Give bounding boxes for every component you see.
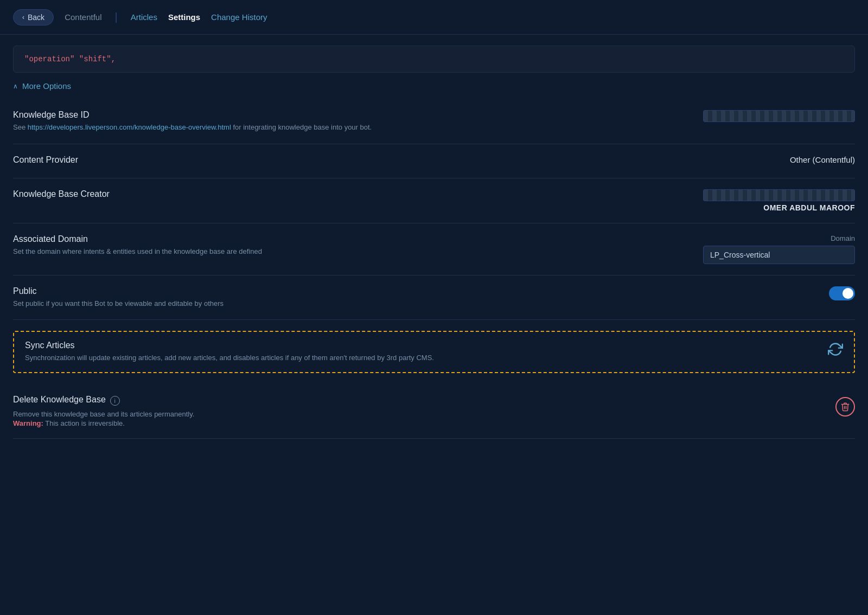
sync-articles-content: Sync Articles Synchronization will updat… [25,341,434,363]
info-icon[interactable]: i [110,396,120,406]
warning-message: This action is irreversible. [45,419,125,427]
refresh-icon [828,342,843,357]
caret-up-icon: ∧ [13,82,18,90]
delete-description: Remove this knowledge base and its artic… [13,410,835,418]
sync-icon-button[interactable] [828,342,843,360]
knowledge-base-id-redacted [703,110,855,122]
public-description: Set public if you want this Bot to be vi… [13,298,393,309]
creator-id-redacted [703,189,855,201]
public-setting-left: Public Set public if you want this Bot t… [13,286,829,309]
knowledge-base-id-label: Knowledge Base ID [13,110,703,120]
associated-domain-description: Set the domain where intents & entities … [13,246,393,257]
nav-change-history[interactable]: Change History [211,12,267,22]
nav-settings[interactable]: Settings [168,12,200,22]
content-provider-left: Content Provider [13,155,790,167]
sync-articles-box: Sync Articles Synchronization will updat… [13,331,855,373]
public-toggle[interactable] [829,286,855,300]
knowledge-base-creator-value: OMER ABDUL MAROOF [703,189,855,212]
delete-knowledge-base-right [835,395,855,417]
back-button[interactable]: ‹ Back [13,9,54,25]
associated-domain-right: Domain [703,234,855,264]
knowledge-base-id-value [703,110,855,122]
knowledge-base-id-row: Knowledge Base ID See https://developers… [13,99,855,144]
warning-label: Warning: [13,419,43,427]
domain-input[interactable] [703,246,855,264]
delete-knowledge-base-left: Delete Knowledge Base i Remove this know… [13,395,835,427]
top-navigation: ‹ Back Contentful | Articles Settings Ch… [0,0,868,35]
knowledge-base-link[interactable]: https://developers.liveperson.com/knowle… [28,123,231,131]
chevron-left-icon: ‹ [22,14,24,21]
description-prefix: See [13,123,28,131]
associated-domain-left: Associated Domain Set the domain where i… [13,234,703,257]
delete-knowledge-base-row: Delete Knowledge Base i Remove this know… [13,384,855,439]
toggle-thumb [843,288,853,299]
description-suffix: for integrating knowledge base into your… [231,123,372,131]
content-provider-value: Other (Contentful) [790,155,855,164]
associated-domain-label: Associated Domain [13,234,703,244]
delete-icon-button[interactable] [835,397,855,417]
more-options-toggle[interactable]: ∧ More Options [0,73,868,99]
knowledge-base-id-left: Knowledge Base ID See https://developers… [13,110,703,133]
knowledge-base-id-description: See https://developers.liveperson.com/kn… [13,122,393,133]
content-provider-row: Content Provider Other (Contentful) [13,144,855,178]
knowledge-base-creator-row: Knowledge Base Creator OMER ABDUL MAROOF [13,178,855,223]
nav-articles[interactable]: Articles [131,12,157,22]
sync-articles-label: Sync Articles [25,341,434,350]
code-value: "shift", [79,55,116,63]
trash-icon [840,402,850,412]
sync-articles-description: Synchronization will update existing art… [25,353,434,363]
code-key: "operation" [24,55,74,63]
creator-name: OMER ABDUL MAROOF [703,203,855,212]
public-setting-row: Public Set public if you want this Bot t… [13,276,855,321]
domain-field-label: Domain [703,234,855,242]
more-options-label: More Options [22,81,71,91]
warning-text: Warning: This action is irreversible. [13,419,835,427]
knowledge-base-creator-label: Knowledge Base Creator [13,189,703,199]
delete-label-group: Delete Knowledge Base i [13,395,835,407]
knowledge-base-creator-left: Knowledge Base Creator [13,189,703,201]
public-toggle-container [829,286,855,300]
content-provider-label: Content Provider [13,155,790,165]
public-label: Public [13,286,829,296]
settings-section: Knowledge Base ID See https://developers… [0,99,868,439]
nav-divider: | [115,11,118,23]
delete-label: Delete Knowledge Base [13,395,106,405]
code-block: "operation" "shift", [13,46,855,73]
associated-domain-row: Associated Domain Set the domain where i… [13,223,855,276]
back-label: Back [28,13,44,22]
nav-contentful[interactable]: Contentful [65,12,101,22]
